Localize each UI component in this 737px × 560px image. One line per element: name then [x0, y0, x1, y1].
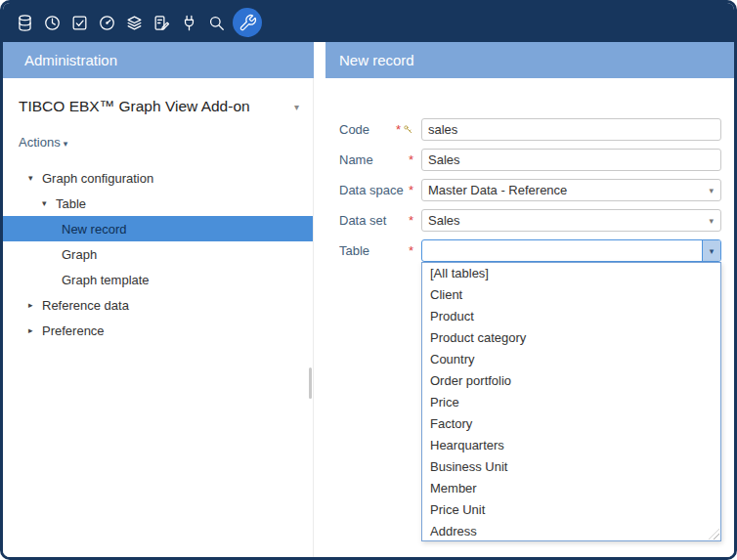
name-input[interactable]: [421, 149, 721, 171]
database-icon[interactable]: [11, 9, 38, 36]
required-marker: *: [409, 243, 413, 258]
required-marker: *: [409, 183, 413, 197]
checkbox-icon[interactable]: [65, 9, 93, 36]
dropdown-option[interactable]: [All tables]: [422, 263, 720, 284]
field-row-data-set: Data set * Sales ▾: [339, 209, 734, 232]
layers-icon[interactable]: [120, 9, 148, 36]
field-label-table: Table *: [339, 243, 421, 258]
tree-item-label: Reference data: [42, 298, 129, 313]
dropdown-option[interactable]: Product category: [422, 327, 720, 349]
sidebar-title: TIBCO EBX™ Graph View Add-on: [19, 98, 250, 115]
required-marker: *: [396, 122, 401, 137]
dropdown-option[interactable]: Hearquarters: [422, 435, 720, 456]
label-text: Table: [339, 243, 369, 258]
field-marks: *: [396, 122, 413, 137]
required-marker: *: [409, 152, 413, 167]
tree-item-label: New record: [62, 222, 126, 237]
label-text: Code: [339, 122, 369, 137]
primary-key-icon: [403, 124, 413, 135]
table-select[interactable]: ▾: [421, 239, 721, 262]
tree-item-label: Graph: [62, 247, 97, 262]
field-row-data-space: Data space * Master Data - Reference ▾: [339, 179, 734, 201]
dropdown-option[interactable]: Address: [422, 521, 720, 542]
actions-menu-button[interactable]: Actions▾: [19, 135, 313, 150]
administration-header: Administration: [3, 42, 314, 78]
caret-down-icon[interactable]: ▾: [42, 198, 56, 208]
search-icon[interactable]: [202, 9, 230, 36]
caret-down-icon: ▾: [709, 216, 714, 226]
tree-item-graph-configuration[interactable]: ▾ Graph configuration: [3, 165, 313, 191]
tree-item-table[interactable]: ▾ Table: [3, 191, 313, 216]
data-space-select[interactable]: Master Data - Reference ▾: [421, 179, 721, 201]
actions-label: Actions: [19, 135, 61, 150]
field-row-code: Code *: [339, 118, 734, 141]
dropdown-option[interactable]: Product: [422, 306, 720, 327]
field-label-data-space: Data space *: [339, 183, 421, 197]
dropdown-option[interactable]: Country: [422, 349, 720, 370]
content-area: TIBCO EBX™ Graph View Add-on ▾ Actions▾ …: [3, 78, 734, 557]
required-marker: *: [409, 213, 413, 228]
dropdown-option[interactable]: Factory: [422, 413, 720, 435]
sidebar-scrollbar-thumb[interactable]: [309, 367, 312, 399]
section-headers: Administration New record: [3, 42, 734, 78]
panel-gap: [314, 78, 325, 557]
data-set-select[interactable]: Sales ▾: [421, 209, 721, 232]
dropdown-option[interactable]: Price: [422, 392, 720, 413]
dropdown-option[interactable]: Business Unit: [422, 456, 720, 478]
chevron-down-icon[interactable]: ▾: [294, 102, 299, 112]
label-text: Data space: [339, 183, 404, 197]
sidebar-title-row: TIBCO EBX™ Graph View Add-on ▾: [19, 98, 299, 115]
wrench-icon[interactable]: [233, 8, 262, 37]
tree-item-label: Graph template: [62, 273, 150, 287]
tree-item-reference-data[interactable]: ▸ Reference data: [3, 292, 313, 318]
tree-item-new-record[interactable]: New record: [3, 216, 313, 241]
record-form-panel: Code * Name *: [325, 78, 734, 557]
dropdown-option[interactable]: Client: [422, 284, 720, 306]
label-text: Name: [339, 152, 373, 167]
table-dropdown-list: [All tables] Client Product Product cate…: [421, 262, 721, 541]
tree-item-graph[interactable]: Graph: [3, 241, 313, 267]
caret-right-icon[interactable]: ▸: [28, 300, 42, 310]
dropdown-toggle-button[interactable]: ▾: [702, 240, 720, 261]
caret-down-icon[interactable]: ▾: [28, 173, 42, 183]
sidebar: TIBCO EBX™ Graph View Add-on ▾ Actions▾ …: [3, 78, 314, 557]
selected-value: Master Data - Reference: [422, 183, 567, 197]
field-label-name: Name *: [339, 152, 421, 167]
form-edit-icon[interactable]: [148, 9, 175, 36]
gauge-icon[interactable]: [93, 9, 120, 36]
code-input[interactable]: [421, 118, 721, 141]
plug-icon[interactable]: [175, 9, 202, 36]
dropdown-option[interactable]: Price Unit: [422, 499, 720, 521]
field-row-table: Table * ▾: [339, 239, 734, 262]
tree-item-label: Graph configuration: [42, 171, 153, 186]
caret-down-icon: ▾: [64, 139, 68, 149]
caret-down-icon: ▾: [709, 186, 714, 195]
top-toolbar: [3, 3, 734, 42]
navigation-tree: ▾ Graph configuration ▾ Table New record…: [3, 165, 313, 343]
dropdown-option[interactable]: Order portfolio: [422, 370, 720, 392]
selected-value: Sales: [422, 213, 460, 228]
dropdown-option[interactable]: Member: [422, 478, 720, 499]
caret-right-icon[interactable]: ▸: [28, 325, 42, 335]
label-text: Data set: [339, 213, 386, 228]
field-row-name: Name *: [339, 149, 734, 171]
new-record-form: Code * Name *: [325, 78, 734, 262]
field-label-data-set: Data set *: [339, 213, 421, 228]
clock-icon[interactable]: [38, 9, 65, 36]
new-record-header: New record: [325, 42, 734, 78]
app-window: Administration New record TIBCO EBX™ Gra…: [0, 0, 737, 560]
tree-item-graph-template[interactable]: Graph template: [3, 267, 313, 292]
field-label-code: Code *: [339, 122, 421, 137]
tree-item-label: Table: [56, 196, 86, 211]
tree-item-label: Preference: [42, 323, 105, 338]
tree-item-preference[interactable]: ▸ Preference: [3, 318, 313, 343]
header-gap: [314, 42, 325, 78]
